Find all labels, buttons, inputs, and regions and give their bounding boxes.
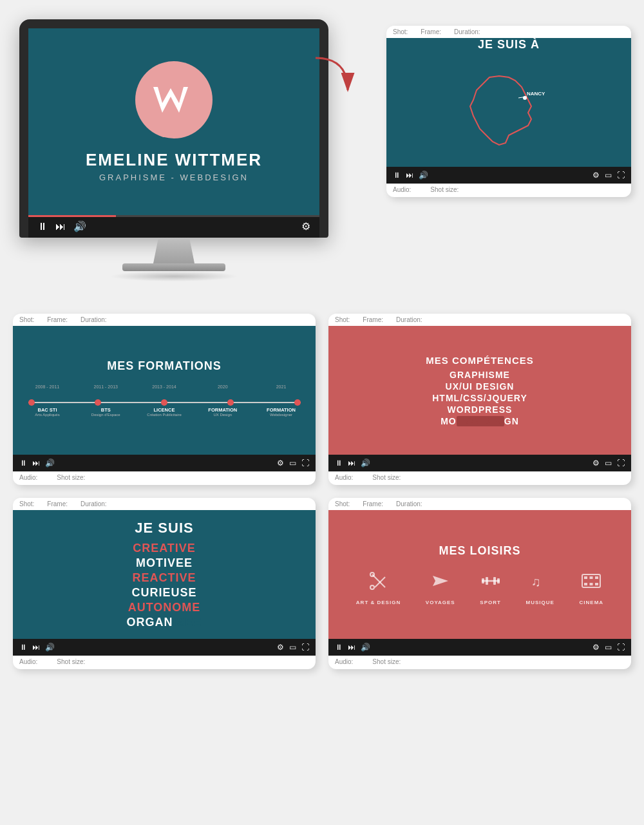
musique-icon: ♫ xyxy=(530,571,551,596)
loisirs-controls: ⏸ ⏭ 🔊 ⚙ ▭ ⛶ xyxy=(328,639,631,656)
tl-title-1: BAC STI xyxy=(28,407,67,413)
tl-title-3: LICENCE xyxy=(145,407,184,413)
competences-screen: MES COMPÉTENCES GRAPHISME UX/UI DESIGN H… xyxy=(328,326,631,455)
monitor-controls: ⏸ ⏭ 🔊 ⚙ xyxy=(28,215,319,238)
minimize-btn-f[interactable]: ▭ xyxy=(289,459,296,468)
je-suis-screen: JE SUIS CREATIVE MOTIVEE REACTIVE CURIEU… xyxy=(13,510,316,639)
minimize-btn-l[interactable]: ▭ xyxy=(605,643,612,652)
cinema-icon xyxy=(581,571,601,596)
formations-bottom: Audio: Shot size: xyxy=(13,471,316,485)
next-btn-f[interactable]: ⏭ xyxy=(32,459,40,468)
settings-btn-js[interactable]: ⚙ xyxy=(277,643,284,652)
je-suis-controls: ⏸ ⏭ 🔊 ⚙ ▭ ⛶ xyxy=(13,639,316,656)
dot-2 xyxy=(95,399,101,406)
vol-btn[interactable]: 🔊 xyxy=(419,171,428,180)
svg-text:NANCY: NANCY xyxy=(527,91,545,97)
next-btn-l[interactable]: ⏭ xyxy=(348,643,355,652)
monitor-base xyxy=(122,263,225,271)
timeline-dots xyxy=(28,399,301,406)
duration-label: Duration: xyxy=(454,28,480,35)
audio-label-f: Audio: xyxy=(19,474,37,481)
shot-label-l: Shot: xyxy=(335,500,350,507)
dot-4 xyxy=(227,399,234,406)
pause-btn-c[interactable]: ⏸ xyxy=(335,459,343,468)
audio-label: Audio: xyxy=(393,186,411,193)
loisirs-title: MES LOISIRS xyxy=(439,544,520,558)
svg-rect-11 xyxy=(497,578,500,583)
card-je-suis: Shot: Frame: Duration: JE SUIS CREATIVE … xyxy=(13,498,316,669)
competences-controls: ⏸ ⏭ 🔊 ⚙ ▭ ⛶ xyxy=(328,455,631,471)
vol-btn-c[interactable]: 🔊 xyxy=(361,459,370,468)
shot-size-label-js: Shot size: xyxy=(57,658,85,665)
monitor-wrapper: EMELINE WITTMER GRAPHISME - WEBDESIGN ⏸ … xyxy=(19,19,328,281)
svg-rect-18 xyxy=(595,576,598,579)
shot-size-label-c: Shot size: xyxy=(372,474,401,481)
svg-point-7 xyxy=(370,585,374,589)
competence-5: MOTION DESGN xyxy=(440,416,519,426)
pause-btn-l[interactable]: ⏸ xyxy=(335,643,343,652)
vol-btn-f[interactable]: 🔊 xyxy=(45,459,55,468)
frame-label-l: Frame: xyxy=(363,500,383,507)
shot-size-label: Shot size: xyxy=(430,186,459,193)
tl-sub-3: Création Publicitaire xyxy=(145,413,184,417)
settings-btn-c[interactable]: ⚙ xyxy=(592,459,600,468)
monitor-screen: EMELINE WITTMER GRAPHISME - WEBDESIGN xyxy=(28,28,319,215)
next-btn[interactable]: ⏭ xyxy=(406,171,413,180)
pause-button[interactable]: ⏸ xyxy=(37,221,48,232)
fullscreen-btn-js[interactable]: ⛶ xyxy=(301,643,309,652)
tl-title-2: BTS xyxy=(86,407,125,413)
settings-button[interactable]: ⚙ xyxy=(301,220,310,232)
competences-meta: Shot: Frame: Duration: xyxy=(328,314,631,326)
monitor-shadow xyxy=(109,271,238,281)
pause-btn-f[interactable]: ⏸ xyxy=(19,459,27,468)
audio-label-c: Audio: xyxy=(335,474,353,481)
je-suis-title: JE SUIS xyxy=(135,520,193,536)
arrow xyxy=(309,52,361,103)
vol-btn-l[interactable]: 🔊 xyxy=(361,643,370,652)
volume-button[interactable]: 🔊 xyxy=(73,220,86,232)
duration-label-c: Duration: xyxy=(396,316,422,323)
fullscreen-btn-l[interactable]: ⛶ xyxy=(617,643,625,652)
tl-sub-1: Arts Appliqués xyxy=(28,413,67,417)
svg-marker-0 xyxy=(153,87,188,113)
shot-label-js: Shot: xyxy=(19,500,34,507)
next-btn-js[interactable]: ⏭ xyxy=(32,643,40,652)
duration-label-l: Duration: xyxy=(396,500,422,507)
shot-size-label-l: Shot size: xyxy=(372,658,401,665)
loisirs-bottom: Audio: Shot size: xyxy=(328,656,631,669)
minimize-btn-c[interactable]: ▭ xyxy=(605,459,612,468)
loisirs-controls-wrapper: ⏸ ⏭ 🔊 ⚙ ▭ ⛶ xyxy=(328,639,631,656)
tl-title-4: FORMATION xyxy=(204,407,242,413)
je-suis-a-controls: ⏸ ⏭ 🔊 ⚙ ▭ ⛶ xyxy=(386,167,631,184)
settings-btn-l[interactable]: ⚙ xyxy=(592,643,600,652)
pause-btn-js[interactable]: ⏸ xyxy=(19,643,27,652)
settings-btn[interactable]: ⚙ xyxy=(592,171,600,180)
monitor-controls-wrapper: ⏸ ⏭ 🔊 ⚙ xyxy=(28,215,319,238)
tl-sub-4: UX Design xyxy=(204,413,242,417)
pause-btn[interactable]: ⏸ xyxy=(393,171,401,180)
card-je-suis-a: Shot: Frame: Duration: JE SUIS À NANCY xyxy=(386,26,631,197)
loisir-musique: ♫ MUSIQUE xyxy=(526,571,554,605)
settings-btn-f[interactable]: ⚙ xyxy=(277,459,284,468)
fullscreen-btn-f[interactable]: ⛶ xyxy=(301,459,309,468)
monitor-progress-bar[interactable] xyxy=(28,215,319,217)
next-button[interactable]: ⏭ xyxy=(55,221,66,232)
svg-rect-10 xyxy=(482,578,484,583)
fullscreen-btn-c[interactable]: ⛶ xyxy=(617,459,625,468)
competence-4: WORDPRESS xyxy=(448,404,513,415)
fullscreen-btn[interactable]: ⛶ xyxy=(617,171,625,180)
vol-btn-js[interactable]: 🔊 xyxy=(45,643,55,652)
dot-1 xyxy=(28,399,35,406)
loisirs-icons: ART & DESIGN VOYAGES xyxy=(344,571,616,605)
competences-title: MES COMPÉTENCES xyxy=(426,355,534,366)
tl-item-2: BTS Design d'Espace xyxy=(86,407,125,417)
svg-rect-20 xyxy=(590,583,593,585)
quality-5: AUTONOME xyxy=(128,601,201,614)
tl-item-1: BAC STI Arts Appliqués xyxy=(28,407,67,417)
minimize-btn-js[interactable]: ▭ xyxy=(289,643,296,652)
duration-label-js: Duration: xyxy=(80,500,107,507)
year-4: 2020 xyxy=(204,384,242,389)
minimize-btn[interactable]: ▭ xyxy=(605,171,612,180)
formations-title: MES FORMATIONS xyxy=(107,359,222,373)
next-btn-c[interactable]: ⏭ xyxy=(348,459,355,468)
